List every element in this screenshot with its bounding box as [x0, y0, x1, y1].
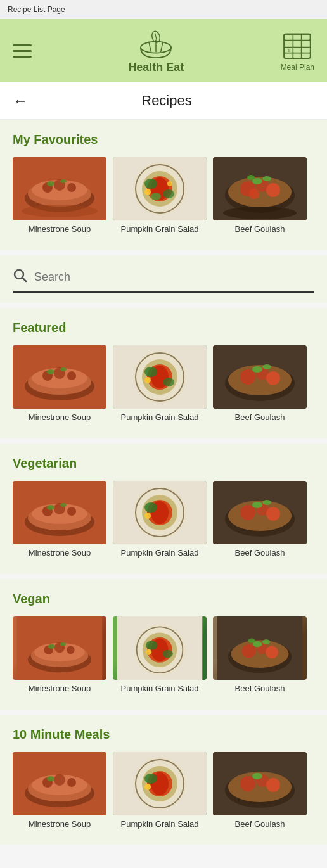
svg-point-125: [248, 638, 255, 642]
recipe-name: Minestrone Soup: [29, 412, 91, 423]
svg-point-82: [60, 503, 67, 507]
svg-point-140: [144, 774, 157, 784]
search-section: [0, 255, 327, 308]
list-item[interactable]: Beef Goulash: [213, 616, 307, 694]
goulash-image: [213, 345, 307, 409]
status-label: Recipe List Page: [8, 5, 65, 14]
logo-text: Health Eat: [128, 61, 184, 74]
featured-grid: Minestrone Soup Pumpk: [13, 345, 314, 423]
recipe-name: Minestrone Soup: [29, 548, 91, 559]
svg-rect-6: [284, 34, 311, 58]
recipe-name: Beef Goulash: [235, 819, 285, 830]
svg-point-115: [163, 649, 173, 658]
ten-minute-grid: Minestrone Soup Pumpkin Grain Sala: [13, 752, 314, 830]
recipe-name: Beef Goulash: [235, 224, 285, 235]
svg-point-54: [67, 371, 76, 380]
hamburger-line-1: [13, 44, 32, 46]
minestrone-image: [13, 752, 106, 815]
svg-point-132: [67, 778, 76, 787]
search-input[interactable]: [34, 271, 314, 284]
list-item[interactable]: Beef Goulash: [213, 345, 307, 423]
svg-point-32: [151, 193, 161, 200]
featured-title: Featured: [13, 321, 314, 335]
svg-point-34: [167, 181, 172, 186]
minestrone-image: [13, 616, 106, 680]
svg-line-5: [155, 33, 157, 41]
ten-minute-title: 10 Minute Meals: [13, 727, 314, 742]
menu-button[interactable]: [13, 44, 32, 58]
list-item[interactable]: Minestrone Soup: [13, 481, 106, 559]
list-item[interactable]: Beef Goulash: [213, 157, 307, 235]
svg-point-141: [144, 784, 151, 790]
ten-minute-section: 10 Minute Meals Minestrone Soup: [0, 715, 327, 850]
list-item[interactable]: Pumpkin Grain Salad: [113, 345, 207, 423]
pumpkin-image: [113, 345, 207, 409]
svg-line-47: [23, 278, 27, 281]
svg-point-105: [67, 646, 75, 654]
list-item[interactable]: Minestrone Soup: [13, 345, 106, 423]
svg-point-20: [67, 183, 76, 192]
svg-point-71: [266, 371, 280, 385]
vegan-grid: Minestrone Soup Pumpk: [13, 616, 314, 694]
list-item[interactable]: Pumpkin Grain Salad: [113, 157, 207, 235]
minestrone-image: [13, 345, 106, 409]
meal-plan-label: Meal Plan: [281, 63, 314, 72]
list-item[interactable]: Minestrone Soup: [13, 157, 106, 235]
svg-point-147: [266, 778, 280, 792]
svg-point-31: [163, 189, 174, 198]
recipe-name: Pumpkin Grain Salad: [121, 412, 199, 423]
svg-point-122: [266, 646, 278, 658]
svg-point-106: [48, 644, 55, 648]
svg-point-124: [262, 639, 271, 644]
svg-point-94: [240, 505, 255, 520]
meal-plan-icon: [281, 30, 313, 61]
svg-point-98: [262, 500, 271, 505]
svg-point-97: [252, 502, 262, 508]
recipe-name: Beef Goulash: [235, 412, 285, 423]
svg-point-114: [146, 641, 157, 650]
vegan-title: Vegan: [13, 592, 314, 606]
list-item[interactable]: Pumpkin Grain Salad: [113, 752, 207, 830]
svg-point-21: [47, 181, 54, 186]
recipe-name: Pumpkin Grain Salad: [121, 224, 199, 235]
meal-plan-button[interactable]: Meal Plan: [281, 30, 314, 72]
goulash-image: [213, 752, 307, 815]
main-content: My Favourites: [0, 120, 327, 850]
list-item[interactable]: Minestrone Soup: [13, 616, 106, 694]
recipe-name: Minestrone Soup: [29, 684, 91, 694]
goulash-image: [213, 616, 307, 680]
pumpkin-image: [113, 752, 207, 815]
svg-point-33: [144, 189, 151, 195]
vegetarian-title: Vegetarian: [13, 456, 314, 471]
svg-point-41: [249, 189, 259, 199]
recipe-name: Minestrone Soup: [29, 224, 91, 235]
svg-point-55: [47, 369, 54, 374]
svg-point-65: [144, 377, 151, 383]
nav-bar: ← Recipes: [0, 82, 327, 120]
search-bar: [13, 268, 314, 293]
minestrone-image: [13, 157, 106, 220]
logo-bowl-icon: [137, 28, 175, 60]
favourites-title: My Favourites: [13, 132, 314, 147]
status-bar: Recipe List Page: [0, 0, 327, 19]
svg-point-40: [266, 183, 280, 197]
svg-point-45: [223, 207, 297, 219]
list-item[interactable]: Beef Goulash: [213, 481, 307, 559]
list-item[interactable]: Minestrone Soup: [13, 752, 106, 830]
svg-point-80: [67, 507, 76, 516]
svg-line-1: [149, 41, 151, 52]
vegetarian-section: Vegetarian Minestrone S: [0, 444, 327, 579]
back-button[interactable]: ←: [13, 93, 28, 108]
svg-point-23: [22, 205, 98, 217]
svg-point-69: [240, 369, 255, 385]
vegan-section: Vegan Minestrone Soup: [0, 579, 327, 715]
hamburger-line-3: [13, 56, 32, 58]
svg-point-107: [60, 642, 66, 646]
list-item[interactable]: Pumpkin Grain Salad: [113, 616, 207, 694]
logo-area: Health Eat: [128, 28, 184, 74]
search-icon: [13, 268, 28, 286]
svg-point-116: [146, 649, 151, 654]
list-item[interactable]: Beef Goulash: [213, 752, 307, 830]
list-item[interactable]: Pumpkin Grain Salad: [113, 481, 207, 559]
svg-point-81: [47, 505, 54, 510]
